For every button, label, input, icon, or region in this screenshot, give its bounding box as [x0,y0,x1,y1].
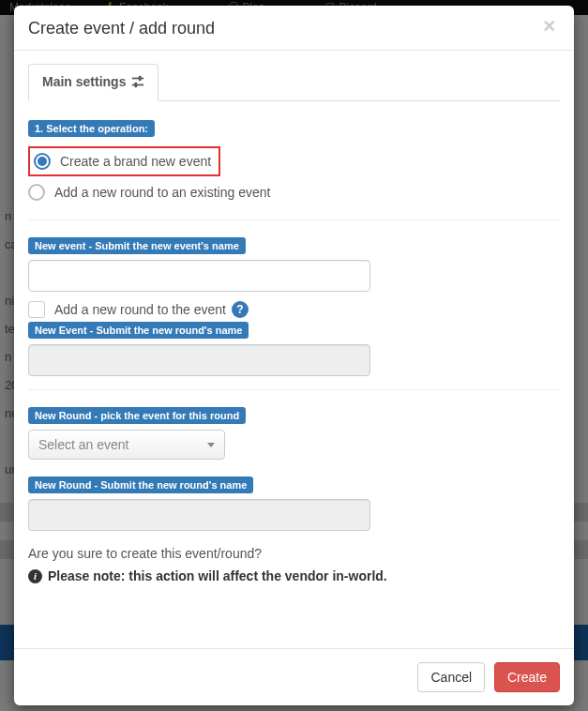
cancel-button[interactable]: Cancel [417,662,485,692]
add-round-checkbox-row[interactable]: Add a new round to the event ? [28,301,560,318]
create-button[interactable]: Create [494,662,560,692]
modal-header: Create event / add round × [14,6,574,51]
create-event-modal: Create event / add round × Main settings… [14,6,574,705]
radio-icon [34,153,51,170]
new-round-name-label: New Round - Submit the new round's name [28,477,253,493]
note-text: Please note: this action will affect the… [48,568,387,583]
new-event-name-input[interactable] [28,260,370,292]
event-select[interactable]: Select an event [28,430,225,460]
step1-label: 1. Select the operation: [28,120,155,137]
info-icon: i [28,569,42,583]
select-placeholder: Select an event [38,437,129,452]
new-round-name-input [28,499,370,531]
divider [28,219,560,220]
new-event-name-label: New event - Submit the new event's name [28,237,246,254]
svg-rect-0 [132,78,143,80]
radio-add-round[interactable]: Add a new round to an existing event [28,178,560,206]
svg-rect-2 [139,76,142,81]
tab-main-settings[interactable]: Main settings [28,64,158,101]
modal-body: Main settings 1. Select the operation: C… [14,51,574,648]
new-event-round-name-label: New Event - Submit the new round's name [28,322,249,339]
checkbox-icon [28,301,45,318]
modal-title: Create event / add round [28,19,560,38]
close-icon: × [543,14,555,38]
radio-icon [28,184,45,201]
confirm-text: Are you sure to create this event/round? [28,546,560,561]
divider [28,389,560,390]
new-event-round-name-input [28,344,370,376]
close-button[interactable]: × [537,15,561,38]
note-row: i Please note: this action will affect t… [28,568,560,583]
tab-label: Main settings [42,74,126,89]
help-icon[interactable]: ? [232,301,249,318]
pick-event-label: New Round - pick the event for this roun… [28,407,246,424]
sliders-icon [131,75,144,91]
radio-label: Create a brand new event [60,154,211,169]
svg-rect-1 [132,84,143,86]
checkbox-label: Add a new round to the event [54,302,226,317]
radio-label: Add a new round to an existing event [54,185,270,200]
tabs-bar: Main settings [28,64,560,101]
svg-rect-3 [135,83,138,87]
modal-footer: Cancel Create [14,648,574,705]
radio-new-event[interactable]: Create a brand new event [28,146,220,176]
